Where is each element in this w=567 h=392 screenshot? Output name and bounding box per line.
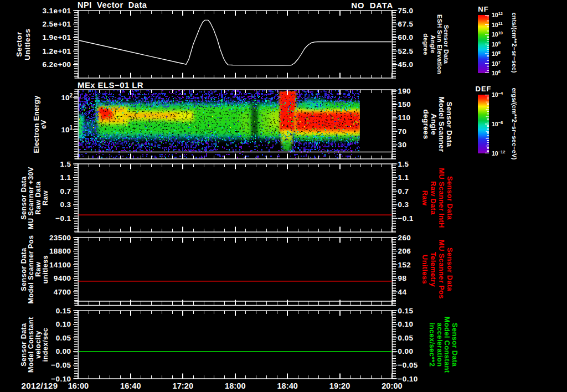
svg-text:0.15: 0.15 xyxy=(398,307,414,315)
svg-text:4700: 4700 xyxy=(54,288,71,296)
svg-text:Raw Data: Raw Data xyxy=(34,181,42,215)
svg-text:Sensor Data: Sensor Data xyxy=(20,323,28,367)
svg-text:−0.1: −0.1 xyxy=(55,214,71,223)
svg-text:incex/sec**2: incex/sec**2 xyxy=(428,323,436,367)
svg-text:Sensor Data: Sensor Data xyxy=(446,176,454,220)
svg-text:98: 98 xyxy=(398,274,407,282)
svg-text:1.1: 1.1 xyxy=(60,173,71,182)
svg-text:75.0: 75.0 xyxy=(398,7,414,15)
svg-text:Sector: Sector xyxy=(15,32,23,57)
svg-text:Sensor Data: Sensor Data xyxy=(20,247,28,291)
svg-text:−0.1: −0.1 xyxy=(398,214,414,223)
svg-text:Angle: Angle xyxy=(430,35,436,53)
svg-text:eV: eV xyxy=(39,120,48,129)
svg-text:Raw: Raw xyxy=(34,262,42,277)
svg-text:0.7: 0.7 xyxy=(398,187,409,195)
svg-text:Sensor Data: Sensor Data xyxy=(445,101,453,147)
svg-text:Model Constant: Model Constant xyxy=(27,317,35,373)
svg-text:206: 206 xyxy=(398,247,411,255)
svg-text:Sensor Data: Sensor Data xyxy=(446,247,454,292)
svg-text:unitless: unitless xyxy=(42,255,49,283)
svg-text:−0.05: −0.05 xyxy=(398,361,418,369)
svg-text:DEF: DEF xyxy=(476,85,492,93)
svg-text:MU Scanner IntH: MU Scanner IntH xyxy=(437,168,446,228)
svg-text:52.5: 52.5 xyxy=(398,47,414,55)
svg-text:Unitless: Unitless xyxy=(421,255,429,284)
svg-text:67.5: 67.5 xyxy=(398,20,414,28)
svg-text:Model Scanner Pos: Model Scanner Pos xyxy=(27,235,35,304)
svg-text:0.15: 0.15 xyxy=(56,307,71,315)
svg-text:18:00: 18:00 xyxy=(225,381,246,390)
svg-text:degree: degree xyxy=(422,33,429,55)
svg-text:Unitless: Unitless xyxy=(23,28,32,60)
svg-text:Sensor Data: Sensor Data xyxy=(443,25,450,64)
svg-text:1.5: 1.5 xyxy=(60,160,71,168)
svg-text:−0.05: −0.05 xyxy=(51,361,71,369)
svg-text:1.5: 1.5 xyxy=(398,160,409,168)
svg-text:9400: 9400 xyxy=(54,274,71,282)
svg-text:Model Scanner: Model Scanner xyxy=(437,97,446,152)
svg-text:Sensor Data: Sensor Data xyxy=(20,176,28,220)
svg-text:ESH Sun Elevation: ESH Sun Elevation xyxy=(436,14,443,74)
svg-text:152: 152 xyxy=(398,261,411,269)
svg-text:44: 44 xyxy=(398,288,407,296)
svg-text:17:20: 17:20 xyxy=(173,381,194,390)
svg-text:45.0: 45.0 xyxy=(398,60,414,69)
svg-text:MU Scanner Pos: MU Scanner Pos xyxy=(437,240,446,299)
svg-text:0.3: 0.3 xyxy=(60,200,71,209)
svg-text:260: 260 xyxy=(398,234,411,242)
svg-text:0.10: 0.10 xyxy=(56,320,71,328)
svg-text:NO DATA: NO DATA xyxy=(351,1,393,10)
svg-text:cnts/(cm**2−sr−sec): cnts/(cm**2−sr−sec) xyxy=(511,13,518,73)
svg-text:Raw: Raw xyxy=(421,190,429,206)
svg-text:190: 190 xyxy=(398,87,411,95)
svg-text:14100: 14100 xyxy=(49,261,71,269)
svg-text:ergs/(cm**2−sr−sec−eV): ergs/(cm**2−sr−sec−eV) xyxy=(511,87,518,159)
svg-text:16:40: 16:40 xyxy=(120,381,141,390)
svg-text:Raw Data: Raw Data xyxy=(429,181,437,215)
svg-text:3.1e+01: 3.1e+01 xyxy=(43,7,71,15)
svg-text:16:00: 16:00 xyxy=(68,381,89,390)
svg-text:MU Scanner +30V: MU Scanner +30V xyxy=(27,167,35,229)
svg-text:velocity: velocity xyxy=(34,331,42,359)
svg-text:0.10: 0.10 xyxy=(398,320,414,328)
svg-text:1.1: 1.1 xyxy=(398,173,409,182)
svg-text:6.2e+00: 6.2e+00 xyxy=(43,60,71,69)
svg-text:150: 150 xyxy=(398,100,411,109)
svg-text:0.7: 0.7 xyxy=(60,187,71,195)
svg-text:Telemetry: Telemetry xyxy=(429,252,437,287)
svg-text:MEx ELS−01 LR: MEx ELS−01 LR xyxy=(78,80,143,90)
svg-text:23500: 23500 xyxy=(49,234,71,242)
svg-text:Angle: Angle xyxy=(430,114,438,135)
svg-text:30: 30 xyxy=(398,141,407,149)
svg-text:0.05: 0.05 xyxy=(56,334,71,342)
svg-text:2012/129: 2012/129 xyxy=(22,381,58,390)
svg-text:degrees: degrees xyxy=(422,110,430,140)
svg-text:20:00: 20:00 xyxy=(382,381,403,390)
svg-text:19:20: 19:20 xyxy=(329,381,350,390)
svg-text:0.05: 0.05 xyxy=(398,334,414,342)
svg-text:0.00: 0.00 xyxy=(398,347,414,355)
svg-text:18:40: 18:40 xyxy=(277,381,298,390)
svg-text:0.00: 0.00 xyxy=(56,347,71,355)
svg-text:70: 70 xyxy=(398,127,407,136)
svg-text:2.5e+01: 2.5e+01 xyxy=(43,20,71,28)
svg-text:index/sec: index/sec xyxy=(42,328,49,362)
svg-text:Raw: Raw xyxy=(42,190,49,205)
svg-text:110: 110 xyxy=(398,114,411,122)
svg-text:1.9e+01: 1.9e+01 xyxy=(43,33,71,42)
svg-text:18800: 18800 xyxy=(49,247,71,255)
svg-text:0.3: 0.3 xyxy=(398,200,409,209)
svg-text:1.2e+01: 1.2e+01 xyxy=(43,47,71,55)
svg-text:NF: NF xyxy=(478,5,488,13)
svg-text:60.0: 60.0 xyxy=(398,33,414,42)
svg-text:NPI Vector Data: NPI Vector Data xyxy=(78,1,147,9)
